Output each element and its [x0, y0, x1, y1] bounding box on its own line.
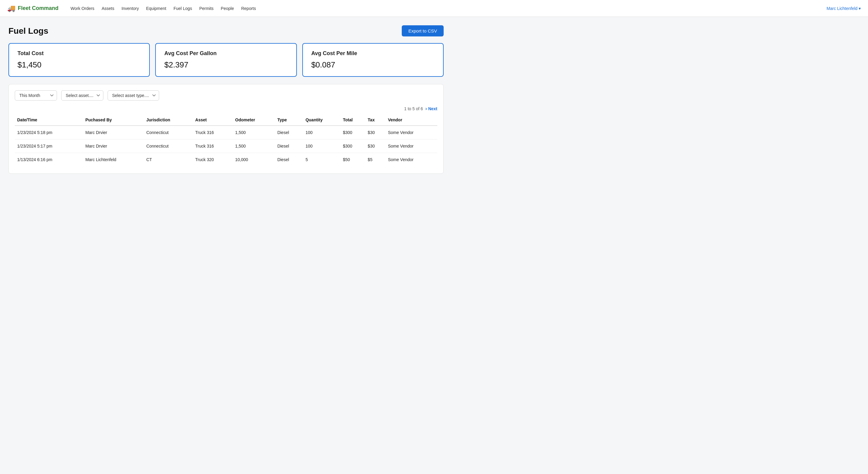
asset-type-filter[interactable]: Select asset type....TruckVanCar: [107, 90, 159, 101]
cell-vendor-row-1: Some Vendor: [385, 139, 437, 153]
table-section: This MonthLast MonthThis Year Select ass…: [8, 84, 444, 174]
chevron-right-icon: ›: [425, 106, 427, 111]
col-header-asset: Asset: [193, 114, 233, 126]
cell-jurisdiction-row-1: Connecticut: [144, 139, 193, 153]
table-row: 1/23/2024 5:18 pmMarc DrvierConnecticutT…: [15, 126, 437, 139]
cell-tax-row-1: $30: [365, 139, 385, 153]
col-header-quantity: Quantity: [303, 114, 341, 126]
col-header-vendor: Vendor: [385, 114, 437, 126]
col-header-odometer: Odometer: [233, 114, 275, 126]
cell-odometer-row-2: 10,000: [233, 153, 275, 167]
cell-jurisdiction-row-0: Connecticut: [144, 126, 193, 139]
stat-card-0: Total Cost $1,450: [8, 43, 150, 77]
col-header-type: Type: [275, 114, 303, 126]
nav-links: Work OrdersAssetsInventoryEquipmentFuel …: [70, 6, 817, 11]
navbar: 🚚 Fleet Command Work OrdersAssetsInvento…: [0, 0, 868, 17]
cell-type-row-0: Diesel: [275, 126, 303, 139]
page-header: Fuel Logs Export to CSV: [8, 25, 444, 36]
col-header-date-time: Date/Time: [15, 114, 83, 126]
main-content: Fuel Logs Export to CSV Total Cost $1,45…: [0, 17, 452, 174]
table-body: 1/23/2024 5:18 pmMarc DrvierConnecticutT…: [15, 126, 437, 166]
cell-asset-row-2: Truck 320: [193, 153, 233, 167]
page-title: Fuel Logs: [8, 26, 48, 36]
stat-card-value-2: $0.087: [311, 60, 435, 70]
cell-tax-row-2: $5: [365, 153, 385, 167]
cell-odometer-row-1: 1,500: [233, 139, 275, 153]
fuel-logs-table: Date/TimePuchased ByJurisdictionAssetOdo…: [15, 114, 437, 166]
pagination-text: 1 to 5 of 6: [404, 106, 423, 111]
col-header-total: Total: [341, 114, 365, 126]
nav-link-permits[interactable]: Permits: [199, 6, 213, 11]
stat-card-value-0: $1,450: [18, 60, 141, 70]
cell-total-row-2: $50: [341, 153, 365, 167]
nav-link-fuel-logs[interactable]: Fuel Logs: [174, 6, 192, 11]
export-csv-button[interactable]: Export to CSV: [402, 25, 444, 36]
stat-card-label-2: Avg Cost Per Mile: [311, 50, 435, 57]
cell-asset-row-1: Truck 316: [193, 139, 233, 153]
table-row: 1/23/2024 5:17 pmMarc DrvierConnecticutT…: [15, 139, 437, 153]
cell-tax-row-0: $30: [365, 126, 385, 139]
nav-link-assets[interactable]: Assets: [101, 6, 114, 11]
cell-datetime-row-0: 1/23/2024 5:18 pm: [15, 126, 83, 139]
cell-type-row-1: Diesel: [275, 139, 303, 153]
stat-card-value-1: $2.397: [164, 60, 287, 70]
stat-card-1: Avg Cost Per Gallon $2.397: [155, 43, 297, 77]
date-filter[interactable]: This MonthLast MonthThis Year: [15, 90, 57, 101]
cell-vendor-row-0: Some Vendor: [385, 126, 437, 139]
nav-link-people[interactable]: People: [221, 6, 234, 11]
pagination-row: 1 to 5 of 6 › Next: [15, 106, 437, 111]
cell-asset-row-0: Truck 316: [193, 126, 233, 139]
table-header: Date/TimePuchased ByJurisdictionAssetOdo…: [15, 114, 437, 126]
table-row: 1/13/2024 6:16 pmMarc LichtenfeldCTTruck…: [15, 153, 437, 167]
cell-jurisdiction-row-2: CT: [144, 153, 193, 167]
cell-vendor-row-2: Some Vendor: [385, 153, 437, 167]
nav-link-equipment[interactable]: Equipment: [146, 6, 166, 11]
cell-total-row-0: $300: [341, 126, 365, 139]
col-header-puchased-by: Puchased By: [83, 114, 144, 126]
stat-card-2: Avg Cost Per Mile $0.087: [302, 43, 444, 77]
truck-icon: 🚚: [7, 4, 16, 12]
stat-cards: Total Cost $1,450 Avg Cost Per Gallon $2…: [8, 43, 444, 77]
filters: This MonthLast MonthThis Year Select ass…: [15, 90, 437, 101]
asset-filter[interactable]: Select asset....Truck 316Truck 320: [61, 90, 103, 101]
col-header-tax: Tax: [365, 114, 385, 126]
cell-quantity-row-2: 5: [303, 153, 341, 167]
cell-purchased-by-row-2: Marc Lichtenfeld: [83, 153, 144, 167]
stat-card-label-0: Total Cost: [18, 50, 141, 57]
stat-card-label-1: Avg Cost Per Gallon: [164, 50, 287, 57]
cell-quantity-row-1: 100: [303, 139, 341, 153]
cell-datetime-row-1: 1/23/2024 5:17 pm: [15, 139, 83, 153]
cell-purchased-by-row-1: Marc Drvier: [83, 139, 144, 153]
col-header-jurisdiction: Jurisdiction: [144, 114, 193, 126]
next-button[interactable]: › Next: [425, 106, 437, 111]
nav-link-work-orders[interactable]: Work Orders: [70, 6, 94, 11]
cell-purchased-by-row-0: Marc Drvier: [83, 126, 144, 139]
user-menu[interactable]: Marc Lichtenfeld ▾: [827, 6, 861, 11]
cell-quantity-row-0: 100: [303, 126, 341, 139]
cell-odometer-row-0: 1,500: [233, 126, 275, 139]
brand-name: Fleet Command: [18, 5, 59, 11]
cell-type-row-2: Diesel: [275, 153, 303, 167]
cell-total-row-1: $300: [341, 139, 365, 153]
nav-link-reports[interactable]: Reports: [241, 6, 256, 11]
brand-logo[interactable]: 🚚 Fleet Command: [7, 4, 59, 12]
next-label: Next: [428, 106, 437, 111]
cell-datetime-row-2: 1/13/2024 6:16 pm: [15, 153, 83, 167]
nav-link-inventory[interactable]: Inventory: [121, 6, 139, 11]
